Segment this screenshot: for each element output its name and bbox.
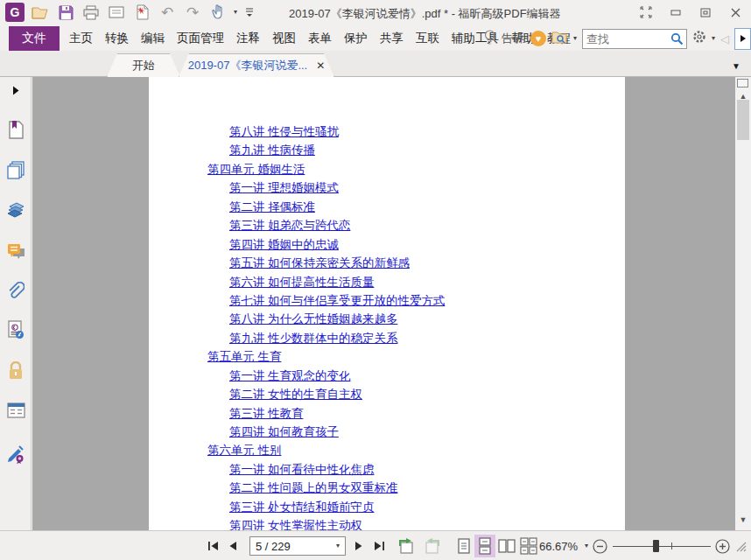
vertical-scrollbar[interactable]: ▲ ▼ <box>735 77 751 530</box>
toc-line: 第四讲 婚姻中的忠诚 <box>149 235 625 254</box>
search-magnifier-icon[interactable] <box>668 32 686 46</box>
menu-file-button[interactable]: 文件 <box>9 26 60 51</box>
menu-item[interactable]: 编辑 <box>135 26 171 51</box>
hand-tool-caret-icon[interactable]: ▾ <box>234 9 237 16</box>
menu-item[interactable]: 注释 <box>230 26 266 51</box>
last-page-button[interactable] <box>371 536 387 556</box>
toc-link[interactable]: 第二讲 女性的生育自主权 <box>229 388 362 401</box>
zoom-caret-icon[interactable]: ▾ <box>585 536 588 556</box>
toc-link[interactable]: 第四单元 婚姻生活 <box>207 163 305 176</box>
view-continuous-facing-button[interactable] <box>518 535 539 557</box>
zoom-slider-tick <box>671 542 672 550</box>
foxit-logo-icon: G <box>5 3 25 22</box>
digital-signatures-panel-icon[interactable] <box>6 444 25 464</box>
view-facing-button[interactable] <box>496 535 517 557</box>
menu-item[interactable]: 主页 <box>63 26 99 51</box>
resize-grip-icon[interactable] <box>733 536 747 556</box>
menu-item[interactable]: 共享 <box>374 26 410 51</box>
bookmarks-panel-icon[interactable] <box>6 120 25 139</box>
minimize-button[interactable] <box>667 4 684 21</box>
attachments-panel-icon[interactable] <box>6 281 25 300</box>
expand-panel-button[interactable] <box>734 28 751 50</box>
toc-link[interactable]: 第五单元 生育 <box>207 350 281 363</box>
zoom-slider-thumb[interactable] <box>653 540 659 552</box>
heart-icon[interactable]: ♥ <box>530 31 546 46</box>
create-from-clipboard-button[interactable] <box>132 3 151 22</box>
layers-panel-icon[interactable] <box>6 200 25 220</box>
scrollbar-split-button[interactable] <box>737 79 748 88</box>
security-panel-icon[interactable] <box>6 360 25 380</box>
toc-link[interactable]: 第三讲 处女情结和婚前守贞 <box>229 500 374 514</box>
page-thumbnails-panel-icon[interactable] <box>6 160 25 179</box>
folder-search-caret-icon[interactable]: ▾ <box>573 35 577 42</box>
toc-link[interactable]: 第一讲 生育观念的变化 <box>229 369 350 382</box>
gear-icon[interactable] <box>692 30 706 47</box>
view-continuous-button[interactable] <box>474 535 495 557</box>
toc-link[interactable]: 第六单元 性别 <box>207 444 281 457</box>
menu-item[interactable]: 表单 <box>302 26 338 51</box>
gear-caret-icon[interactable]: ▾ <box>712 35 715 42</box>
toc-link[interactable]: 第五讲 如何保持亲密关系的新鲜感 <box>229 256 410 270</box>
open-file-button[interactable] <box>31 3 50 22</box>
comments-panel-icon[interactable] <box>6 242 25 261</box>
first-page-button[interactable] <box>205 536 221 556</box>
menu-item[interactable]: 视图 <box>266 26 302 51</box>
toc-link[interactable]: 第三讲 性教育 <box>229 407 303 420</box>
page-number-box[interactable]: 5 / 229 ▾ <box>249 536 346 556</box>
previous-view-button[interactable] <box>396 536 417 556</box>
view-single-page-button[interactable] <box>453 535 474 557</box>
print-button[interactable] <box>81 3 101 22</box>
toc-link[interactable]: 第四讲 婚姻中的忠诚 <box>229 238 339 251</box>
scroll-down-icon[interactable]: ▼ <box>738 515 748 524</box>
menu-item[interactable]: 转换 <box>99 26 135 51</box>
toc-link[interactable]: 第八讲 性侵与性骚扰 <box>229 125 339 138</box>
toc-line: 第四单元 婚姻生活 <box>149 160 625 178</box>
esign-panel-icon[interactable] <box>6 320 25 340</box>
document-view[interactable]: 第八讲 性侵与性骚扰第九讲 性病传播第四单元 婚姻生活第一讲 理想婚姻模式第二讲… <box>32 77 735 530</box>
hand-tool-button[interactable] <box>208 3 228 22</box>
email-button[interactable] <box>107 3 126 22</box>
next-page-button[interactable] <box>352 536 366 556</box>
zoom-level-value[interactable]: 66.67% <box>539 536 578 556</box>
toc-line: 第三讲 处女情结和婚前守贞 <box>149 498 625 516</box>
toc-link[interactable]: 第二讲 择偶标准 <box>229 200 315 214</box>
toc-link[interactable]: 第八讲 为什么无性婚姻越来越多 <box>229 312 397 326</box>
ribbon-collapse-icon[interactable]: ▼ <box>732 61 740 71</box>
tab-start[interactable]: 开始 <box>107 53 180 77</box>
toc-link[interactable]: 第九讲 性病传播 <box>229 144 315 157</box>
tell-me-label[interactable]: 告诉 <box>502 31 525 46</box>
toc-link[interactable]: 第四讲 如何教育孩子 <box>229 425 339 438</box>
menu-item[interactable]: 页面管理 <box>171 26 230 51</box>
lightbulb-icon[interactable] <box>483 29 496 48</box>
layout-switch-button[interactable] <box>637 4 655 21</box>
close-button[interactable] <box>726 4 744 21</box>
save-button[interactable] <box>56 3 75 22</box>
toc-link[interactable]: 第六讲 如何提高性生活质量 <box>229 276 374 289</box>
customize-quick-access-button[interactable] <box>243 3 256 22</box>
toc-line: 第二讲 女性的生育自主权 <box>149 385 625 403</box>
folder-search-icon[interactable] <box>551 30 568 47</box>
menu-item[interactable]: 互联 <box>410 26 446 51</box>
toc-link[interactable]: 第一讲 理想婚姻模式 <box>229 181 339 194</box>
toc-line: 第八讲 性侵与性骚扰 <box>149 122 625 141</box>
toc-link[interactable]: 第二讲 性问题上的男女双重标准 <box>229 481 397 494</box>
toc-link[interactable]: 第一讲 如何看待中性化焦虑 <box>229 463 374 476</box>
zoom-slider-track[interactable] <box>613 546 711 548</box>
toc-link[interactable]: 第三讲 姐弟恋与跨代恋 <box>229 219 350 232</box>
zoom-in-button[interactable] <box>714 536 730 556</box>
form-fields-panel-icon[interactable] <box>6 401 25 420</box>
expand-panel-arrow-icon[interactable] <box>6 80 25 100</box>
previous-page-button[interactable] <box>226 536 240 556</box>
scrollbar-thumb[interactable] <box>737 100 749 140</box>
menu-item[interactable]: 保护 <box>338 26 374 51</box>
maximize-button[interactable] <box>697 4 714 21</box>
zoom-out-button[interactable] <box>592 536 607 556</box>
undo-button[interactable]: ↶ <box>158 3 177 22</box>
tab-document[interactable]: 2019-07《李银河说爱... ✕ <box>179 53 334 77</box>
page-number-caret-icon[interactable]: ▾ <box>336 542 340 550</box>
toc-link[interactable]: 第七讲 如何与伴侣享受更开放的性爱方式 <box>229 294 445 307</box>
redo-button[interactable]: ↷ <box>183 3 202 22</box>
search-input[interactable] <box>583 32 668 46</box>
tab-close-icon[interactable]: ✕ <box>316 60 325 72</box>
toc-link[interactable]: 第九讲 性少数群体中的稳定关系 <box>229 332 397 345</box>
